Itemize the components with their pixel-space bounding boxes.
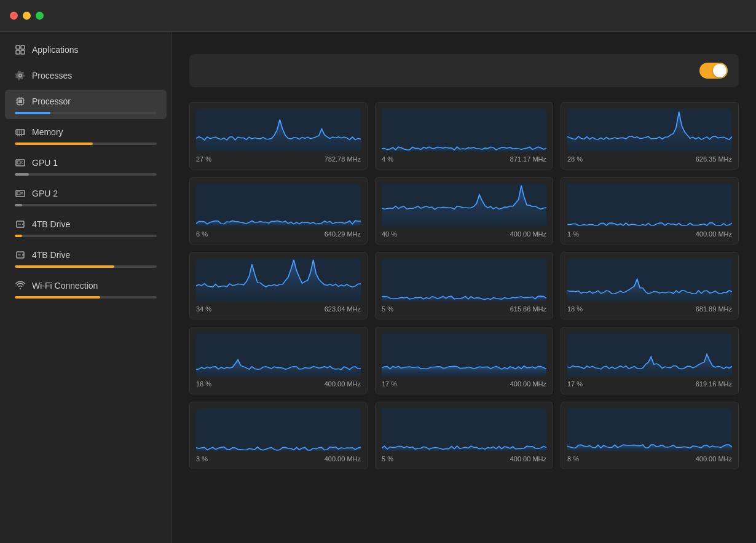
sidebar-item-drive1[interactable]: 4TB Drive <box>5 213 167 242</box>
cpu-core-card-11: 17 %619.16 MHz <box>561 327 739 394</box>
sidebar-label-processes: Processes <box>32 71 72 80</box>
core-freq-8: 681.89 MHz <box>696 305 732 313</box>
cpu-graph-7 <box>382 259 546 302</box>
cpu-core-card-4: 40 %400.00 MHz <box>375 177 553 244</box>
sidebar-item-gpu1[interactable]: GPU 1 <box>5 151 167 181</box>
progress-bar-processor <box>15 112 157 114</box>
core-freq-6: 623.04 MHz <box>325 305 361 313</box>
close-button[interactable] <box>10 12 18 20</box>
svg-rect-5 <box>18 100 22 103</box>
main-layout: ApplicationsProcessesProcessorMemoryGPU … <box>0 32 756 543</box>
core-percent-8: 18 % <box>567 305 583 313</box>
core-freq-14: 400.00 MHz <box>696 455 732 463</box>
cpu-graph-2 <box>567 109 732 152</box>
cpu-graph-10 <box>382 334 546 377</box>
processor-icon <box>15 96 26 107</box>
gpu2-icon <box>15 188 26 199</box>
sidebar-label-memory: Memory <box>32 127 63 137</box>
sidebar-label-drive2: 4TB Drive <box>32 250 70 260</box>
progress-bar-drive1 <box>15 235 157 237</box>
cpu-core-card-5: 1 %400.00 MHz <box>561 177 739 244</box>
core-freq-1: 871.17 MHz <box>510 155 546 163</box>
core-freq-2: 626.35 MHz <box>696 155 732 163</box>
cpu-core-card-7: 5 %615.66 MHz <box>375 252 553 319</box>
core-freq-10: 400.00 MHz <box>510 380 546 388</box>
cpu-graph-0 <box>196 109 361 152</box>
svg-rect-23 <box>17 161 20 164</box>
cpu-graph-8 <box>567 259 732 302</box>
cpu-graph-9 <box>196 334 361 377</box>
sidebar-item-processor[interactable]: Processor <box>5 90 167 119</box>
progress-fill-memory <box>15 143 93 145</box>
svg-point-29 <box>22 224 23 225</box>
progress-fill-drive1 <box>15 235 22 237</box>
drive1-icon <box>15 219 26 230</box>
cpu-graph-12 <box>196 408 361 451</box>
core-percent-7: 5 % <box>382 305 393 313</box>
sidebar-item-processes[interactable]: Processes <box>5 64 167 88</box>
sidebar-label-drive1: 4TB Drive <box>32 219 70 229</box>
core-percent-1: 4 % <box>382 155 393 163</box>
wifi-icon <box>15 280 26 291</box>
core-freq-13: 400.00 MHz <box>510 455 546 463</box>
core-freq-4: 400.00 MHz <box>510 230 546 238</box>
content-area: 27 %782.78 MHz 4 %871.17 MHz <box>172 32 756 543</box>
cpu-graph-1 <box>382 109 546 152</box>
progress-bar-wifi <box>15 296 157 299</box>
progress-bar-drive2 <box>15 265 157 268</box>
sidebar-item-wifi[interactable]: Wi-Fi Connection <box>5 274 167 303</box>
svg-rect-1 <box>21 45 25 49</box>
progress-bar-gpu2 <box>15 204 157 206</box>
titlebar <box>0 0 756 32</box>
cpu-core-card-1: 4 %871.17 MHz <box>375 102 553 170</box>
sidebar-item-drive2[interactable]: 4TB Drive <box>5 243 167 273</box>
sidebar-label-processor: Processor <box>32 96 71 106</box>
core-percent-4: 40 % <box>382 230 397 238</box>
cpu-core-card-12: 3 %400.00 MHz <box>189 402 368 469</box>
svg-point-27 <box>22 192 23 194</box>
cpu-graph-5 <box>567 184 732 227</box>
progress-bar-memory <box>15 143 157 145</box>
core-freq-7: 615.66 MHz <box>510 305 546 313</box>
progress-bar-gpu1 <box>15 173 157 176</box>
core-freq-3: 640.29 MHz <box>325 230 361 238</box>
core-freq-9: 400.00 MHz <box>325 380 361 388</box>
core-freq-5: 400.00 MHz <box>696 230 732 238</box>
progress-fill-processor <box>15 112 50 114</box>
cpu-core-card-3: 6 %640.29 MHz <box>189 177 368 244</box>
sidebar-label-wifi: Wi-Fi Connection <box>32 281 98 291</box>
logical-cpu-toggle[interactable] <box>699 63 728 79</box>
cpu-graph-4 <box>382 184 546 227</box>
sidebar: ApplicationsProcessesProcessorMemoryGPU … <box>0 32 172 543</box>
sidebar-item-gpu2[interactable]: GPU 2 <box>5 182 167 211</box>
gpu1-icon <box>15 157 26 168</box>
svg-rect-2 <box>16 50 20 54</box>
window-controls[interactable] <box>10 12 44 20</box>
core-percent-11: 17 % <box>567 380 583 388</box>
applications-icon <box>15 44 26 55</box>
processes-icon <box>15 70 26 81</box>
progress-fill-wifi <box>15 296 100 299</box>
cpu-graph-3 <box>196 184 361 227</box>
core-percent-9: 16 % <box>196 380 211 388</box>
core-freq-11: 619.16 MHz <box>696 380 732 388</box>
cpu-grid: 27 %782.78 MHz 4 %871.17 MHz <box>189 102 739 469</box>
cpu-graph-13 <box>382 408 546 451</box>
core-percent-2: 28 % <box>567 155 583 163</box>
core-percent-13: 5 % <box>382 455 393 463</box>
cpu-graph-14 <box>567 408 732 451</box>
core-freq-12: 400.00 MHz <box>325 455 361 463</box>
sidebar-label-applications: Applications <box>32 45 79 55</box>
core-percent-5: 1 % <box>567 230 579 238</box>
svg-rect-3 <box>21 50 25 54</box>
sidebar-label-gpu2: GPU 2 <box>32 189 58 198</box>
minimize-button[interactable] <box>23 12 31 20</box>
sidebar-item-memory[interactable]: Memory <box>5 120 167 150</box>
maximize-button[interactable] <box>36 12 44 20</box>
svg-point-24 <box>22 162 23 163</box>
svg-rect-26 <box>17 192 20 195</box>
cpu-core-card-14: 8 %400.00 MHz <box>561 402 739 469</box>
sidebar-item-applications[interactable]: Applications <box>5 38 167 63</box>
progress-fill-gpu1 <box>15 173 29 176</box>
drive2-icon <box>15 249 26 260</box>
